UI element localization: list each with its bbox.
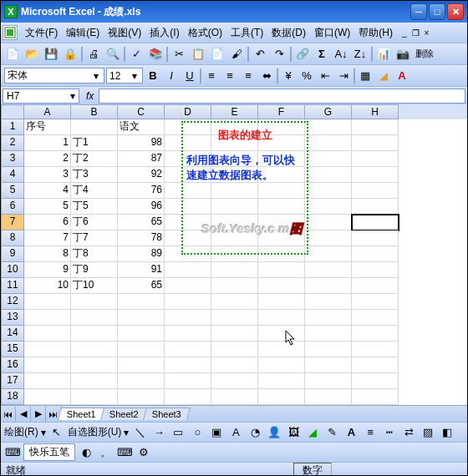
- camera-icon[interactable]: 📷: [394, 46, 411, 63]
- cell[interactable]: [165, 215, 211, 230]
- cell[interactable]: [211, 310, 258, 326]
- line-color-icon[interactable]: ✎: [323, 424, 340, 441]
- close-button[interactable]: ✕: [447, 3, 464, 20]
- cell[interactable]: [165, 199, 211, 215]
- cell[interactable]: [352, 246, 399, 262]
- print-icon[interactable]: 🖨: [85, 46, 102, 63]
- select-all-corner[interactable]: [1, 104, 24, 119]
- cell[interactable]: 4: [24, 183, 71, 199]
- cell[interactable]: [24, 342, 71, 357]
- cell[interactable]: 91: [118, 262, 165, 278]
- arrow-icon[interactable]: →: [150, 424, 167, 441]
- cell[interactable]: 序号: [24, 119, 71, 135]
- cell[interactable]: [24, 373, 71, 389]
- cell[interactable]: [24, 326, 71, 342]
- currency-icon[interactable]: ¥: [280, 68, 297, 84]
- cell[interactable]: [211, 278, 258, 294]
- menu-help[interactable]: 帮助(H): [354, 24, 397, 42]
- cell[interactable]: [165, 246, 211, 262]
- cell[interactable]: [211, 357, 258, 373]
- cell[interactable]: [258, 389, 305, 405]
- cell[interactable]: [352, 199, 399, 215]
- ime-name[interactable]: 快乐五笔: [23, 443, 75, 461]
- bold-button[interactable]: B: [145, 68, 161, 84]
- cell[interactable]: [352, 151, 399, 167]
- cell[interactable]: [165, 342, 211, 357]
- tab-nav-first-icon[interactable]: ⏮: [1, 407, 16, 422]
- cell[interactable]: [118, 342, 165, 357]
- cell[interactable]: [165, 151, 211, 167]
- cell[interactable]: [24, 294, 71, 310]
- cell[interactable]: [258, 151, 305, 167]
- italic-button[interactable]: I: [163, 68, 180, 84]
- fill-icon[interactable]: ◢: [304, 424, 321, 441]
- cell[interactable]: 2: [24, 151, 71, 167]
- cell[interactable]: [352, 119, 399, 135]
- paste-icon[interactable]: 📄: [209, 46, 226, 63]
- sort-desc-icon[interactable]: Z↓: [352, 46, 369, 63]
- row-header[interactable]: 8: [1, 230, 24, 246]
- menu-file[interactable]: 文件(F): [21, 24, 62, 42]
- cell[interactable]: [305, 230, 352, 246]
- menu-tools[interactable]: 工具(T): [226, 24, 267, 42]
- cell[interactable]: 丁6: [71, 215, 118, 230]
- autosum-icon[interactable]: Σ: [313, 46, 330, 63]
- row-header[interactable]: 17: [1, 373, 24, 389]
- cell[interactable]: [211, 294, 258, 310]
- cell[interactable]: [352, 215, 399, 230]
- row-header[interactable]: 11: [1, 278, 24, 294]
- align-right-icon[interactable]: ≡: [240, 68, 257, 84]
- row-header[interactable]: 16: [1, 357, 24, 373]
- cell[interactable]: [305, 373, 352, 389]
- tab-nav-prev-icon[interactable]: ◀: [16, 407, 31, 422]
- cell[interactable]: 65: [118, 278, 165, 294]
- wordart-icon[interactable]: A: [227, 424, 244, 441]
- fill-color-icon[interactable]: ◢: [375, 68, 392, 84]
- align-left-icon[interactable]: ≡: [203, 68, 220, 84]
- cell[interactable]: 丁4: [71, 183, 118, 199]
- cell[interactable]: 9: [24, 262, 71, 278]
- cell[interactable]: 87: [118, 151, 165, 167]
- cell[interactable]: [71, 119, 118, 135]
- row-header[interactable]: 6: [1, 199, 24, 215]
- cell[interactable]: [305, 262, 352, 278]
- line-style-icon[interactable]: ≡: [362, 424, 379, 441]
- cell[interactable]: [211, 119, 258, 135]
- cell[interactable]: [118, 310, 165, 326]
- copy-icon[interactable]: 📋: [190, 46, 206, 63]
- cell[interactable]: [258, 373, 305, 389]
- cell[interactable]: [305, 389, 352, 405]
- cell[interactable]: 98: [118, 135, 165, 151]
- hyperlink-icon[interactable]: 🔗: [294, 46, 311, 63]
- oval-icon[interactable]: ○: [189, 424, 206, 441]
- cell[interactable]: [211, 183, 258, 199]
- ime-settings-icon[interactable]: ⚙: [135, 444, 152, 461]
- cell[interactable]: [165, 135, 211, 151]
- worksheet-grid[interactable]: ABCDEFGH 1序号语文21丁19832丁28743丁39254丁47665…: [1, 104, 467, 405]
- menu-edit[interactable]: 编辑(E): [62, 24, 104, 42]
- cell[interactable]: [71, 310, 118, 326]
- menu-window[interactable]: 窗口(W): [310, 24, 354, 42]
- ime-softkb-icon[interactable]: ⌨: [116, 444, 133, 461]
- cell[interactable]: 1: [24, 135, 71, 151]
- cell[interactable]: [24, 310, 71, 326]
- cell[interactable]: [118, 326, 165, 342]
- cell[interactable]: [258, 183, 305, 199]
- indent-dec-icon[interactable]: ⇤: [317, 68, 333, 84]
- cell[interactable]: [165, 326, 211, 342]
- cell[interactable]: 丁1: [71, 135, 118, 151]
- cell[interactable]: [305, 294, 352, 310]
- row-header[interactable]: 18: [1, 389, 24, 405]
- spell-icon[interactable]: ✓: [128, 46, 145, 63]
- cell[interactable]: [305, 151, 352, 167]
- cell[interactable]: [305, 119, 352, 135]
- align-center-icon[interactable]: ≡: [221, 68, 238, 84]
- cell[interactable]: [305, 246, 352, 262]
- row-header[interactable]: 13: [1, 310, 24, 326]
- cell[interactable]: [118, 389, 165, 405]
- column-header[interactable]: F: [258, 104, 305, 119]
- cell[interactable]: [71, 389, 118, 405]
- row-header[interactable]: 2: [1, 135, 24, 151]
- column-header[interactable]: E: [211, 104, 258, 119]
- maximize-button[interactable]: □: [429, 3, 445, 20]
